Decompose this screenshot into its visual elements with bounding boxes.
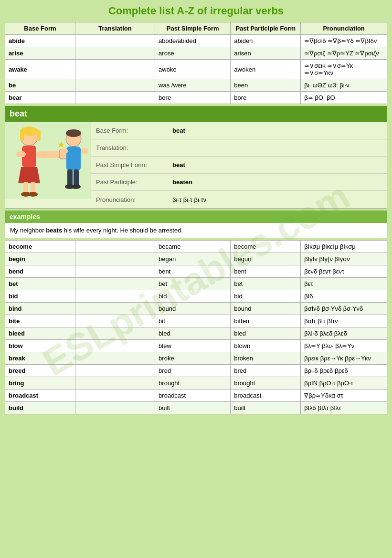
cell-pronunciation: βΙλδ βΙλτ βΙλτ xyxy=(301,402,387,414)
beat-base-value: beat xyxy=(168,125,387,137)
beat-past-participle-label: Past Participle: xyxy=(91,176,168,188)
cell-base: bet xyxy=(5,278,75,290)
svg-marker-5 xyxy=(18,167,40,183)
cell-past-participle: arisen xyxy=(231,47,301,60)
cell-pronunciation: βΙγΙν βΙγ{ν βΙγσν xyxy=(301,253,387,265)
cell-past-participle: bitten xyxy=(231,315,301,327)
cell-past-simple: was /were xyxy=(155,79,231,92)
cell-translation xyxy=(75,352,155,365)
cell-translation xyxy=(75,35,155,47)
cell-base: become xyxy=(5,241,75,253)
cell-translation xyxy=(75,402,155,414)
cell-base: bend xyxy=(5,265,75,278)
col-header-past-simple: Past Simple Form xyxy=(155,22,231,35)
cell-pronunciation: ≃∇βσιδ ≃∇β≃Υδ ≃∇βΙδν xyxy=(301,35,387,47)
cell-pronunciation: βλΙ·δ βλεδ βλεδ xyxy=(301,327,387,340)
cell-past-participle: abiden xyxy=(231,35,301,47)
beat-header: beat xyxy=(5,106,387,122)
svg-point-19 xyxy=(71,184,81,189)
cell-past-participle: bled xyxy=(231,327,301,340)
cell-past-participle: broken xyxy=(231,352,301,365)
cell-past-participle: broadcast xyxy=(231,390,301,402)
cell-base: arise xyxy=(5,47,75,60)
svg-point-14 xyxy=(66,129,81,137)
cell-past-simple: bore xyxy=(155,92,231,104)
cell-pronunciation: βρΙΝ βρΟ·τ βρΟ·τ xyxy=(301,377,387,390)
beat-past-simple-value: beat xyxy=(168,159,387,171)
table-row: be was /were been βι· ωΘΖ ω3: βι·ν xyxy=(5,79,387,92)
cell-base: begin xyxy=(5,253,75,265)
cell-past-simple: bred xyxy=(155,365,231,377)
cell-past-simple: blew xyxy=(155,340,231,352)
cell-past-simple: bled xyxy=(155,327,231,340)
beat-past-simple-label: Past Simple Form: xyxy=(91,159,168,171)
table-row: build built built βΙλδ βΙλτ βΙλτ xyxy=(5,402,387,414)
cell-past-participle: bid xyxy=(231,290,301,303)
cell-translation xyxy=(75,265,155,278)
cell-past-simple: broke xyxy=(155,352,231,365)
cell-past-simple: built xyxy=(155,402,231,414)
cell-translation xyxy=(75,377,155,390)
table-row: blow blew blown βλ≃Υ βλυ· βλ≃Υν xyxy=(5,340,387,352)
table-row: bear bore bore β≃ βΟ· βΟ· xyxy=(5,92,387,104)
cell-past-participle: been xyxy=(231,79,301,92)
cell-past-simple: bent xyxy=(155,265,231,278)
cell-translation xyxy=(75,327,155,340)
cell-translation xyxy=(75,241,155,253)
svg-rect-2 xyxy=(20,130,24,141)
cell-past-participle: bent xyxy=(231,265,301,278)
col-header-pronunciation: Pronunciation xyxy=(301,22,387,35)
table-row: bend bent bent βενδ βεντ βεντ xyxy=(5,265,387,278)
cell-past-participle: bound xyxy=(231,303,301,315)
cell-translation xyxy=(75,79,155,92)
table-row: bind bound bound βσΙνδ βσ·Υνδ βσ·Υνδ xyxy=(5,303,387,315)
cell-past-simple: bound xyxy=(155,303,231,315)
cell-past-participle: begun xyxy=(231,253,301,265)
table-row: arise arose arisen ≃∇ρσιζ ≃∇ρ≃ΥΖ ≃∇ρσιζν xyxy=(5,47,387,60)
cell-pronunciation: βρι·δ βρεδ βρεδ xyxy=(301,365,387,377)
cell-pronunciation: ≃∨σεικ ≃∨σ≃Υκ ≃∨σ≃Υκν xyxy=(301,60,387,79)
cell-base: build xyxy=(5,402,75,414)
svg-rect-16 xyxy=(67,169,73,186)
beat-section: ★ Base Form: beat Translation: Past Simp… xyxy=(5,122,387,209)
cell-pronunciation: βσΙνδ βσ·Υνδ βσ·Υνδ xyxy=(301,303,387,315)
cell-translation xyxy=(75,47,155,60)
cell-past-simple: brought xyxy=(155,377,231,390)
cell-translation xyxy=(75,278,155,290)
cell-base: break xyxy=(5,352,75,365)
table-row: bid bid bid βΙδ xyxy=(5,290,387,303)
table-row: bet bet bet βετ xyxy=(5,278,387,290)
cell-pronunciation: βι· ωΘΖ ω3: βι·ν xyxy=(301,79,387,92)
cell-past-simple: bid xyxy=(155,290,231,303)
svg-rect-3 xyxy=(37,130,41,141)
table-row: become became become βΙκσμ βΙκεΙμ βΙκσμ xyxy=(5,241,387,253)
svg-rect-21 xyxy=(81,148,88,154)
cell-past-participle: built xyxy=(231,402,301,414)
cell-pronunciation: βσΙτ βΙτ βΙτν xyxy=(301,315,387,327)
beat-base-label: Base Form: xyxy=(91,125,168,137)
cell-translation xyxy=(75,60,155,79)
cell-pronunciation: β≃ βΟ· βΟ· xyxy=(301,92,387,104)
cell-translation xyxy=(75,290,155,303)
cell-pronunciation: βετ xyxy=(301,278,387,290)
cell-past-simple: bet xyxy=(155,278,231,290)
examples-header: examples xyxy=(5,211,387,223)
cell-base: broadcast xyxy=(5,390,75,402)
cell-past-simple: awoke xyxy=(155,60,231,79)
cell-pronunciation: βλ≃Υ βλυ· βλ≃Υν xyxy=(301,340,387,352)
main-table: Base Form Translation Past Simple Form P… xyxy=(5,22,387,104)
cell-translation xyxy=(75,365,155,377)
beat-past-participle-value: beaten xyxy=(168,176,387,188)
beat-translation-value xyxy=(168,146,387,150)
cell-pronunciation: βενδ βεντ βεντ xyxy=(301,265,387,278)
svg-rect-15 xyxy=(66,147,81,170)
beat-pronunciation-value: βι·τ βι·τ βι·τν xyxy=(168,194,387,206)
cell-past-simple: bit xyxy=(155,315,231,327)
table-row: broadcast broadcast broadcast ∇βρ≃Υδκα·σ… xyxy=(5,390,387,402)
svg-point-9 xyxy=(28,192,38,197)
col-header-translation: Translation xyxy=(75,22,155,35)
table-row: bring brought brought βρΙΝ βρΟ·τ βρΟ·τ xyxy=(5,377,387,390)
cell-base: bear xyxy=(5,92,75,104)
cell-pronunciation: βΙκσμ βΙκεΙμ βΙκσμ xyxy=(301,241,387,253)
cell-translation xyxy=(75,315,155,327)
